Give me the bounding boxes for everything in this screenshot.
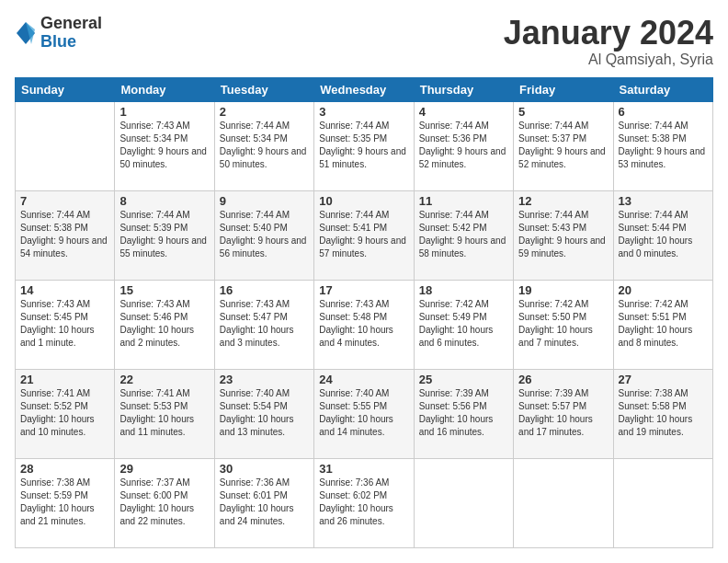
table-row: 18 Sunrise: 7:42 AMSunset: 5:49 PMDaylig… <box>414 280 513 369</box>
day-number: 5 <box>518 105 608 119</box>
day-number: 19 <box>518 283 608 297</box>
day-info: Sunrise: 7:44 AMSunset: 5:41 PMDaylight:… <box>319 209 408 260</box>
table-row: 12 Sunrise: 7:44 AMSunset: 5:43 PMDaylig… <box>514 190 613 280</box>
table-row: 14 Sunrise: 7:43 AMSunset: 5:45 PMDaylig… <box>16 280 115 369</box>
title-location: Al Qamsiyah, Syria <box>504 52 713 68</box>
logo-text: General Blue <box>40 15 102 52</box>
week-row-1: 1 Sunrise: 7:43 AMSunset: 5:34 PMDayligh… <box>16 101 713 190</box>
table-row: 7 Sunrise: 7:44 AMSunset: 5:38 PMDayligh… <box>16 190 115 280</box>
table-row: 20 Sunrise: 7:42 AMSunset: 5:51 PMDaylig… <box>613 280 712 369</box>
day-number: 25 <box>419 373 508 386</box>
table-row: 15 Sunrise: 7:43 AMSunset: 5:46 PMDaylig… <box>115 280 214 369</box>
day-info: Sunrise: 7:44 AMSunset: 5:36 PMDaylight:… <box>419 120 508 171</box>
day-number: 15 <box>119 283 209 297</box>
col-monday: Monday <box>115 77 214 101</box>
header: General Blue January 2024 Al Qamsiyah, S… <box>15 15 713 68</box>
day-info: Sunrise: 7:43 AMSunset: 5:45 PMDaylight:… <box>20 298 109 350</box>
day-info: Sunrise: 7:42 AMSunset: 5:50 PMDaylight:… <box>518 298 608 350</box>
table-row <box>613 458 712 547</box>
day-info: Sunrise: 7:44 AMSunset: 5:39 PMDaylight:… <box>119 209 209 260</box>
day-info: Sunrise: 7:43 AMSunset: 5:48 PMDaylight:… <box>319 298 408 350</box>
week-row-2: 7 Sunrise: 7:44 AMSunset: 5:38 PMDayligh… <box>16 190 713 280</box>
table-row: 16 Sunrise: 7:43 AMSunset: 5:47 PMDaylig… <box>214 280 313 369</box>
col-sunday: Sunday <box>16 77 115 101</box>
table-row: 21 Sunrise: 7:41 AMSunset: 5:52 PMDaylig… <box>16 369 115 458</box>
page: General Blue January 2024 Al Qamsiyah, S… <box>0 0 728 563</box>
day-number: 18 <box>419 283 508 297</box>
day-info: Sunrise: 7:42 AMSunset: 5:49 PMDaylight:… <box>419 298 508 350</box>
col-friday: Friday <box>514 77 613 101</box>
table-row: 24 Sunrise: 7:40 AMSunset: 5:55 PMDaylig… <box>314 369 414 458</box>
day-info: Sunrise: 7:44 AMSunset: 5:37 PMDaylight:… <box>518 120 608 171</box>
logo: General Blue <box>15 15 102 52</box>
table-row <box>16 101 115 190</box>
table-row: 25 Sunrise: 7:39 AMSunset: 5:56 PMDaylig… <box>414 369 513 458</box>
day-number: 28 <box>20 462 109 476</box>
day-number: 4 <box>419 105 508 119</box>
day-info: Sunrise: 7:44 AMSunset: 5:38 PMDaylight:… <box>619 120 708 171</box>
day-number: 12 <box>518 194 608 208</box>
day-number: 11 <box>419 194 508 208</box>
day-number: 3 <box>319 105 408 119</box>
day-info: Sunrise: 7:36 AMSunset: 6:02 PMDaylight:… <box>319 477 408 528</box>
day-info: Sunrise: 7:36 AMSunset: 6:01 PMDaylight:… <box>220 477 309 528</box>
day-number: 31 <box>319 462 408 476</box>
col-thursday: Thursday <box>414 77 513 101</box>
table-row: 8 Sunrise: 7:44 AMSunset: 5:39 PMDayligh… <box>115 190 214 280</box>
day-info: Sunrise: 7:41 AMSunset: 5:52 PMDaylight:… <box>20 387 109 439</box>
table-row: 9 Sunrise: 7:44 AMSunset: 5:40 PMDayligh… <box>214 190 313 280</box>
day-info: Sunrise: 7:41 AMSunset: 5:53 PMDaylight:… <box>119 387 209 439</box>
table-row: 13 Sunrise: 7:44 AMSunset: 5:44 PMDaylig… <box>613 190 712 280</box>
table-row <box>514 458 613 547</box>
table-row: 2 Sunrise: 7:44 AMSunset: 5:34 PMDayligh… <box>214 101 313 190</box>
table-row: 19 Sunrise: 7:42 AMSunset: 5:50 PMDaylig… <box>514 280 613 369</box>
col-wednesday: Wednesday <box>314 77 414 101</box>
day-number: 8 <box>119 194 209 208</box>
day-info: Sunrise: 7:39 AMSunset: 5:56 PMDaylight:… <box>419 387 508 439</box>
table-row: 26 Sunrise: 7:39 AMSunset: 5:57 PMDaylig… <box>514 369 613 458</box>
day-number: 30 <box>220 462 309 476</box>
header-row: Sunday Monday Tuesday Wednesday Thursday… <box>16 77 713 101</box>
col-saturday: Saturday <box>613 77 712 101</box>
day-info: Sunrise: 7:44 AMSunset: 5:34 PMDaylight:… <box>220 120 309 171</box>
day-number: 16 <box>220 283 309 297</box>
day-info: Sunrise: 7:37 AMSunset: 6:00 PMDaylight:… <box>119 477 209 528</box>
logo-general-text: General <box>40 15 102 33</box>
table-row: 5 Sunrise: 7:44 AMSunset: 5:37 PMDayligh… <box>514 101 613 190</box>
day-info: Sunrise: 7:38 AMSunset: 5:58 PMDaylight:… <box>619 387 708 439</box>
day-number: 2 <box>220 105 309 119</box>
day-number: 1 <box>119 105 209 119</box>
day-info: Sunrise: 7:44 AMSunset: 5:43 PMDaylight:… <box>518 209 608 260</box>
day-info: Sunrise: 7:38 AMSunset: 5:59 PMDaylight:… <box>20 477 109 528</box>
day-info: Sunrise: 7:40 AMSunset: 5:55 PMDaylight:… <box>319 387 408 439</box>
calendar-table: Sunday Monday Tuesday Wednesday Thursday… <box>15 77 713 548</box>
logo-blue-text: Blue <box>40 33 102 52</box>
day-number: 6 <box>619 105 708 119</box>
table-row: 29 Sunrise: 7:37 AMSunset: 6:00 PMDaylig… <box>115 458 214 547</box>
day-info: Sunrise: 7:43 AMSunset: 5:46 PMDaylight:… <box>119 298 209 350</box>
table-row: 6 Sunrise: 7:44 AMSunset: 5:38 PMDayligh… <box>613 101 712 190</box>
table-row: 28 Sunrise: 7:38 AMSunset: 5:59 PMDaylig… <box>16 458 115 547</box>
day-info: Sunrise: 7:44 AMSunset: 5:35 PMDaylight:… <box>319 120 408 171</box>
logo-icon <box>15 20 37 46</box>
day-number: 17 <box>319 283 408 297</box>
day-number: 22 <box>119 373 209 386</box>
day-number: 24 <box>319 373 408 386</box>
day-number: 14 <box>20 283 109 297</box>
day-info: Sunrise: 7:42 AMSunset: 5:51 PMDaylight:… <box>619 298 708 350</box>
day-info: Sunrise: 7:44 AMSunset: 5:42 PMDaylight:… <box>419 209 508 260</box>
table-row <box>414 458 513 547</box>
table-row: 11 Sunrise: 7:44 AMSunset: 5:42 PMDaylig… <box>414 190 513 280</box>
table-row: 23 Sunrise: 7:40 AMSunset: 5:54 PMDaylig… <box>214 369 313 458</box>
day-info: Sunrise: 7:44 AMSunset: 5:44 PMDaylight:… <box>619 209 708 260</box>
day-number: 20 <box>619 283 708 297</box>
day-number: 10 <box>319 194 408 208</box>
title-block: January 2024 Al Qamsiyah, Syria <box>504 15 713 68</box>
week-row-5: 28 Sunrise: 7:38 AMSunset: 5:59 PMDaylig… <box>16 458 713 547</box>
day-info: Sunrise: 7:43 AMSunset: 5:47 PMDaylight:… <box>220 298 309 350</box>
day-info: Sunrise: 7:40 AMSunset: 5:54 PMDaylight:… <box>220 387 309 439</box>
table-row: 17 Sunrise: 7:43 AMSunset: 5:48 PMDaylig… <box>314 280 414 369</box>
day-info: Sunrise: 7:44 AMSunset: 5:38 PMDaylight:… <box>20 209 109 260</box>
day-number: 7 <box>20 194 109 208</box>
title-month: January 2024 <box>504 15 713 52</box>
